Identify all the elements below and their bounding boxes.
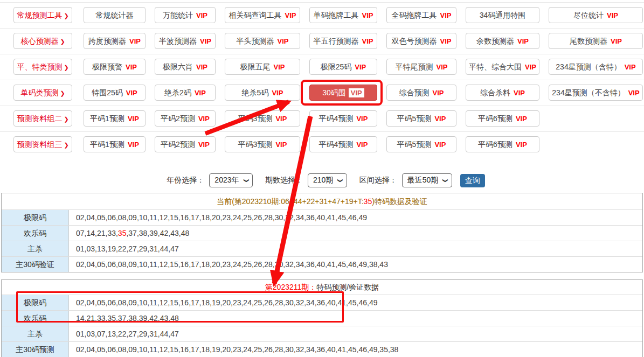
nav-button[interactable]: 极限预警VIP [84, 59, 146, 75]
table-row: 主杀01,03,13,19,22,27,29,31,44,47 [2, 241, 642, 256]
nav-button[interactable]: 平码1预测VIP [84, 110, 146, 127]
chevron-down-icon: ❯ [442, 178, 448, 183]
nav-group-label[interactable]: 平、特类预测❯ [13, 59, 72, 75]
vip-badge: VIP [200, 37, 211, 45]
nav-button[interactable]: 尽位统计VIP [549, 7, 643, 23]
nav-button[interactable]: 综合杀料VIP [466, 85, 539, 101]
nav-button[interactable]: 绝杀2码VIP [155, 85, 216, 101]
nav-button-label: 平码1预测 [90, 140, 124, 149]
chevron-down-icon: ❯ [243, 178, 249, 183]
vip-badge: VIP [433, 89, 444, 97]
nav-group-label[interactable]: 单码类预测❯ [13, 85, 72, 101]
range-select-label: 区间选择： [359, 176, 397, 185]
nav-button[interactable]: 平码5预测VIP [386, 136, 456, 152]
nav-button[interactable]: 平码4预测VIP [309, 136, 377, 152]
nav-button[interactable]: 综合预测VIP [386, 85, 456, 101]
nav-button[interactable]: 半波预测器VIP [155, 33, 216, 49]
nav-button-label: 平码3预测 [238, 114, 273, 123]
nav-button[interactable]: 30码围VIP [309, 85, 377, 101]
nav-button[interactable]: 极限六肖VIP [155, 59, 216, 75]
vip-badge: VIP [440, 11, 452, 19]
nav-button-label: 常规统计器 [96, 11, 134, 19]
vip-badge: VIP [516, 115, 527, 123]
nav-group-label[interactable]: 核心预测器❯ [13, 33, 72, 49]
vip-badge: VIP [525, 63, 536, 71]
vip-badge: VIP [611, 37, 622, 45]
nav-button-label: 平码3预测 [238, 140, 273, 149]
nav-button[interactable]: 尾数预测器VIP [549, 33, 643, 49]
nav-button[interactable]: 绝杀5码VIP [225, 85, 300, 101]
nav-button-label: 30码围 [322, 88, 346, 97]
nav-button[interactable]: 平特尾预测VIP [386, 59, 456, 75]
year-select[interactable]: 2023年 ❯ [209, 173, 253, 187]
nav-button[interactable]: 常规统计器 [84, 7, 146, 23]
nav-button[interactable]: 相关码查询工具VIP [225, 7, 300, 23]
table-row: 主30码验证02,04,05,06,08,09,10,11,12,15,16,1… [2, 256, 642, 272]
vip-badge: VIP [128, 115, 139, 123]
nav-button-label: 平特、综合大围 [469, 62, 522, 71]
nav-button[interactable]: 234星预测（含特）VIP [549, 59, 643, 75]
nav-button[interactable]: 平码3预测VIP [225, 136, 300, 152]
nav-group-label-text: 预测资料组三 [17, 140, 62, 149]
nav-button[interactable]: 半五行预测器VIP [309, 33, 377, 49]
row-value-part: ,37,38,39,42,43,48 [126, 229, 189, 237]
nav-row: 预测资料组三❯平码1预测VIP平码2预测VIP平码3预测VIP平码4预测VIP平… [0, 131, 644, 157]
row-value: 01,03,07,13,22,27,29,31,44,47 [69, 326, 642, 341]
nav-group-label-text: 预测资料组二 [17, 114, 62, 123]
nav-button[interactable]: 平码1预测VIP [84, 136, 146, 152]
nav-button[interactable]: 特围25码VIP [84, 85, 146, 101]
vip-badge: VIP [275, 141, 287, 149]
vip-badge: VIP [607, 11, 618, 19]
range-select[interactable]: 最近50期 ❯ [402, 173, 452, 187]
nav-button[interactable]: 平码3预测VIP [225, 110, 300, 127]
nav-button[interactable]: 极限五尾VIP [225, 59, 300, 75]
row-label: 极限码 [2, 295, 69, 310]
nav-row: 核心预测器❯跨度预测器VIP半波预测器VIP半头预测器VIP半五行预测器VIP双… [0, 28, 644, 54]
nav-group-label-text: 单码类预测 [20, 88, 58, 97]
row-value-part: 01,03,13,19,22,27,29,31,44,47 [76, 244, 179, 253]
nav-button[interactable]: 234星预测（不含特）VIP [549, 85, 643, 101]
nav-button-label: 极限五尾 [240, 62, 271, 71]
vip-badge: VIP [274, 63, 285, 71]
nav-button[interactable]: 极限25码VIP [309, 59, 377, 75]
nav-button[interactable]: 万能统计VIP [155, 7, 216, 23]
nav-button-label: 综合杀料 [480, 88, 510, 97]
nav-button[interactable]: 双色号预测器VIP [386, 33, 456, 49]
table-row: 欢乐码07,14,21,33,35,37,38,39,42,43,48 [2, 225, 642, 241]
nav-button[interactable]: 平码5预测VIP [386, 110, 456, 127]
vip-badge: VIP [362, 11, 373, 19]
nav-group-label-text: 平、特类预测 [17, 62, 62, 71]
nav-group-label[interactable]: 预测资料组三❯ [13, 136, 72, 152]
period-select[interactable]: 210期 ❯ [308, 173, 347, 187]
query-button[interactable]: 查询 [460, 174, 485, 187]
nav-button[interactable]: 单码拖牌工具VIP [309, 7, 377, 23]
nav-button[interactable]: 半头预测器VIP [225, 33, 300, 49]
table2: 第2023211期：特码预测/验证数据极限码02,04,05,06,08,09,… [1, 279, 643, 357]
nav-button[interactable]: 平码4预测VIP [309, 110, 377, 127]
nav-button[interactable]: 34码通用特围 [466, 7, 539, 23]
nav-button-label: 平特尾预测 [396, 62, 433, 71]
nav-group-label[interactable]: 预测资料组二❯ [13, 110, 72, 127]
row-label: 主杀 [2, 241, 69, 256]
vip-badge: VIP [198, 141, 210, 149]
nav-button[interactable]: 余数预测器VIP [466, 33, 539, 49]
nav-button[interactable]: 全码拖牌工具VIP [386, 7, 456, 23]
vip-badge: VIP [437, 63, 448, 71]
year-select-value: 2023年 [214, 176, 239, 185]
nav-group-label[interactable]: 常规预测工具❯ [13, 7, 72, 23]
nav-button[interactable]: 平码2预测VIP [155, 136, 216, 152]
nav-button-label: 34码通用特围 [480, 11, 526, 19]
nav-button[interactable]: 平码6预测VIP [466, 110, 539, 127]
vip-badge: VIP [516, 141, 527, 149]
table2-title-part: 特码预测/验证数据 [316, 283, 379, 291]
row-value: 02,04,05,06,08,09,10,11,12,15,16,17,18,2… [69, 257, 642, 272]
row-label: 欢乐码 [2, 311, 69, 326]
nav-button[interactable]: 平码2预测VIP [155, 110, 216, 127]
nav-button[interactable]: 平特、综合大围VIP [466, 59, 539, 75]
nav-button[interactable]: 跨度预测器VIP [84, 33, 146, 49]
table-row: 极限码02,04,05,06,08,09,10,11,12,15,16,17,1… [2, 209, 642, 225]
nav-button-label: 半波预测器 [159, 37, 197, 45]
nav-button[interactable]: 平码6预测VIP [466, 136, 539, 152]
vip-badge: VIP [129, 37, 141, 45]
row-value: 07,14,21,33,35,37,38,39,42,43,48 [69, 226, 642, 241]
